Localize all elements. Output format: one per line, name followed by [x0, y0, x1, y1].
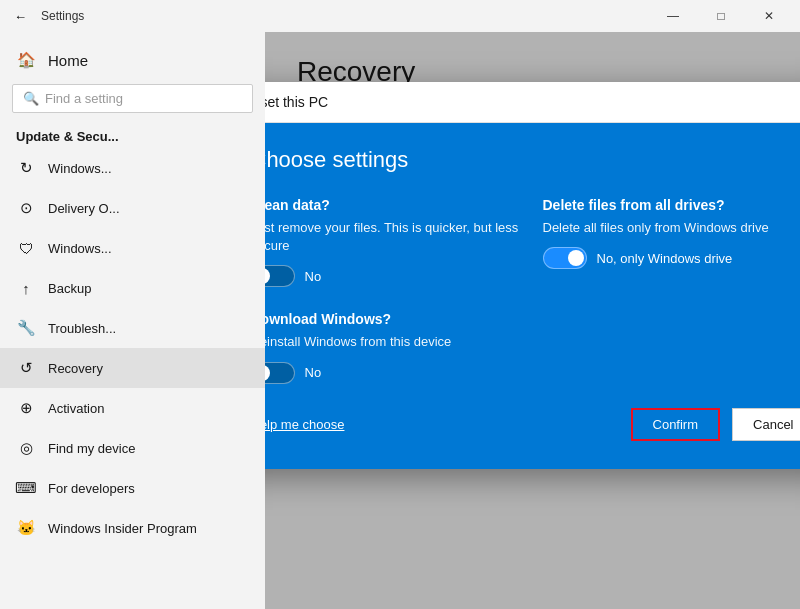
- sidebar-item-delivery[interactable]: ⊙ Delivery O...: [0, 188, 265, 228]
- dialog-grid: Clean data? Just remove your files. This…: [265, 197, 800, 287]
- sidebar-item-windows-security[interactable]: 🛡 Windows...: [0, 228, 265, 268]
- sidebar-item-label: Windows...: [48, 241, 112, 256]
- windows-update-icon: ↻: [16, 158, 36, 178]
- help-me-choose-link[interactable]: Help me choose: [265, 417, 344, 432]
- delete-files-toggle[interactable]: [543, 247, 587, 269]
- reset-pc-dialog: Reset this PC Choose settings Clean data…: [265, 82, 800, 469]
- sidebar-item-label: Windows Insider Program: [48, 521, 197, 536]
- sidebar-section-header: Update & Secu...: [0, 121, 265, 148]
- clean-data-title: Clean data?: [265, 197, 523, 213]
- clean-data-section: Clean data? Just remove your files. This…: [265, 197, 523, 287]
- back-icon[interactable]: ←: [8, 5, 33, 28]
- sidebar-item-label: Recovery: [48, 361, 103, 376]
- download-windows-toggle-label: No: [305, 365, 322, 380]
- download-windows-title: Download Windows?: [265, 311, 800, 327]
- troubleshoot-icon: 🔧: [16, 318, 36, 338]
- app-title: Settings: [41, 9, 84, 23]
- download-windows-toggle[interactable]: [265, 362, 295, 384]
- backup-icon: ↑: [16, 278, 36, 298]
- app-body: 🏠 Home 🔍 Find a setting Update & Secu...…: [0, 32, 800, 609]
- insider-icon: 🐱: [16, 518, 36, 538]
- delete-files-title: Delete files from all drives?: [543, 197, 801, 213]
- search-icon: 🔍: [23, 91, 39, 106]
- window-controls: — □ ✕: [650, 0, 792, 32]
- search-box[interactable]: 🔍 Find a setting: [12, 84, 253, 113]
- delivery-icon: ⊙: [16, 198, 36, 218]
- cancel-button[interactable]: Cancel: [732, 408, 800, 441]
- minimize-button[interactable]: —: [650, 0, 696, 32]
- sidebar-item-troubleshoot[interactable]: 🔧 Troublesh...: [0, 308, 265, 348]
- close-button[interactable]: ✕: [746, 0, 792, 32]
- shield-icon: 🛡: [16, 238, 36, 258]
- maximize-button[interactable]: □: [698, 0, 744, 32]
- find-device-icon: ◎: [16, 438, 36, 458]
- confirm-button[interactable]: Confirm: [631, 408, 721, 441]
- home-label: Home: [48, 52, 88, 69]
- sidebar-item-home[interactable]: 🏠 Home: [0, 40, 265, 80]
- dialog-header: Reset this PC: [265, 82, 800, 123]
- title-bar-left: ← Settings: [8, 5, 84, 28]
- clean-data-toggle-label: No: [305, 269, 322, 284]
- sidebar-item-label: Find my device: [48, 441, 135, 456]
- sidebar-item-label: Backup: [48, 281, 91, 296]
- sidebar-item-activation[interactable]: ⊕ Activation: [0, 388, 265, 428]
- download-windows-section: Download Windows? Reinstall Windows from…: [265, 311, 800, 383]
- search-placeholder: Find a setting: [45, 91, 123, 106]
- sidebar-item-label: Windows...: [48, 161, 112, 176]
- clean-data-description: Just remove your files. This is quicker,…: [265, 219, 523, 255]
- dialog-body: Choose settings Clean data? Just remove …: [265, 123, 800, 469]
- dialog-body-title: Choose settings: [265, 147, 800, 173]
- delete-files-toggle-label: No, only Windows drive: [597, 251, 733, 266]
- sidebar-item-insider[interactable]: 🐱 Windows Insider Program: [0, 508, 265, 548]
- sidebar: 🏠 Home 🔍 Find a setting Update & Secu...…: [0, 32, 265, 609]
- sidebar-item-label: Delivery O...: [48, 201, 120, 216]
- sidebar-item-windows-update[interactable]: ↻ Windows...: [0, 148, 265, 188]
- sidebar-item-backup[interactable]: ↑ Backup: [0, 268, 265, 308]
- sidebar-item-find-device[interactable]: ◎ Find my device: [0, 428, 265, 468]
- recovery-icon: ↺: [16, 358, 36, 378]
- delete-files-section: Delete files from all drives? Delete all…: [543, 197, 801, 287]
- delete-files-toggle-row: No, only Windows drive: [543, 247, 801, 269]
- dialog-footer: Help me choose Confirm Cancel: [265, 408, 800, 441]
- download-windows-toggle-row: No: [265, 362, 800, 384]
- clean-data-toggle[interactable]: [265, 265, 295, 287]
- sidebar-item-label: For developers: [48, 481, 135, 496]
- home-icon: 🏠: [16, 50, 36, 70]
- sidebar-item-label: Troublesh...: [48, 321, 116, 336]
- developers-icon: ⌨: [16, 478, 36, 498]
- clean-data-toggle-row: No: [265, 265, 523, 287]
- title-bar: ← Settings — □ ✕: [0, 0, 800, 32]
- download-windows-description: Reinstall Windows from this device: [265, 333, 800, 351]
- activation-icon: ⊕: [16, 398, 36, 418]
- sidebar-item-developers[interactable]: ⌨ For developers: [0, 468, 265, 508]
- sidebar-item-recovery[interactable]: ↺ Recovery: [0, 348, 265, 388]
- dialog-buttons: Confirm Cancel: [631, 408, 800, 441]
- delete-files-description: Delete all files only from Windows drive: [543, 219, 801, 237]
- sidebar-item-label: Activation: [48, 401, 104, 416]
- dialog-header-title: Reset this PC: [265, 94, 328, 110]
- content-area: Recovery Fix problems without resetting …: [265, 32, 800, 609]
